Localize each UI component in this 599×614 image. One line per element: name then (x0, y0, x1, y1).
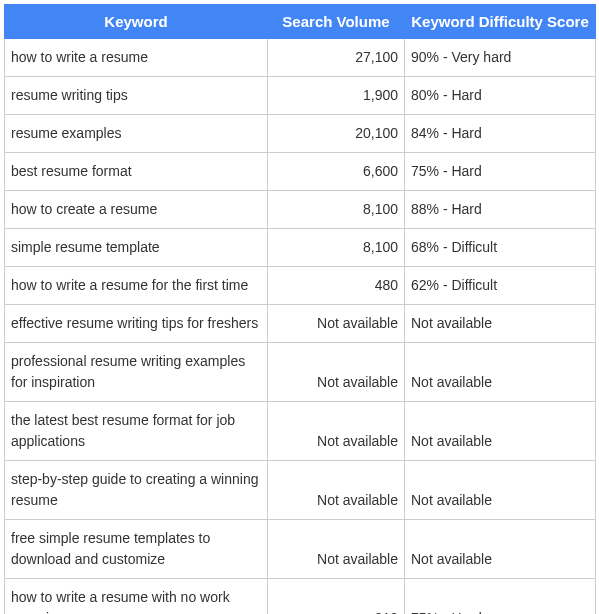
table-row: how to write a resume with no work exper… (5, 579, 596, 615)
table-row: resume examples20,10084% - Hard (5, 115, 596, 153)
header-difficulty: Keyword Difficulty Score (405, 5, 596, 39)
cell-difficulty: 90% - Very hard (405, 39, 596, 77)
cell-volume: Not available (268, 343, 405, 402)
cell-keyword: how to write a resume (5, 39, 268, 77)
cell-difficulty: Not available (405, 305, 596, 343)
cell-keyword: effective resume writing tips for freshe… (5, 305, 268, 343)
cell-difficulty: Not available (405, 461, 596, 520)
cell-volume: 6,600 (268, 153, 405, 191)
cell-volume: 8,100 (268, 191, 405, 229)
cell-volume: Not available (268, 520, 405, 579)
table-row: step-by-step guide to creating a winning… (5, 461, 596, 520)
table-row: how to create a resume8,10088% - Hard (5, 191, 596, 229)
table-row: best resume format6,60075% - Hard (5, 153, 596, 191)
cell-difficulty: 88% - Hard (405, 191, 596, 229)
table-row: professional resume writing examples for… (5, 343, 596, 402)
cell-keyword: resume examples (5, 115, 268, 153)
cell-difficulty: Not available (405, 520, 596, 579)
header-keyword: Keyword (5, 5, 268, 39)
cell-keyword: how to create a resume (5, 191, 268, 229)
cell-difficulty: Not available (405, 343, 596, 402)
cell-difficulty: 75% - Hard (405, 579, 596, 615)
cell-volume: Not available (268, 461, 405, 520)
cell-keyword: professional resume writing examples for… (5, 343, 268, 402)
cell-volume: 480 (268, 267, 405, 305)
cell-difficulty: 84% - Hard (405, 115, 596, 153)
table-row: free simple resume templates to download… (5, 520, 596, 579)
cell-keyword: free simple resume templates to download… (5, 520, 268, 579)
table-row: effective resume writing tips for freshe… (5, 305, 596, 343)
table-row: how to write a resume27,10090% - Very ha… (5, 39, 596, 77)
cell-volume: 8,100 (268, 229, 405, 267)
cell-keyword: simple resume template (5, 229, 268, 267)
table-row: simple resume template8,10068% - Difficu… (5, 229, 596, 267)
header-volume: Search Volume (268, 5, 405, 39)
table-header-row: Keyword Search Volume Keyword Difficulty… (5, 5, 596, 39)
table-row: resume writing tips1,90080% - Hard (5, 77, 596, 115)
cell-difficulty: Not available (405, 402, 596, 461)
cell-volume: 210 (268, 579, 405, 615)
cell-volume: 1,900 (268, 77, 405, 115)
keyword-table: Keyword Search Volume Keyword Difficulty… (4, 4, 596, 614)
cell-difficulty: 68% - Difficult (405, 229, 596, 267)
cell-keyword: the latest best resume format for job ap… (5, 402, 268, 461)
cell-volume: Not available (268, 305, 405, 343)
cell-volume: 27,100 (268, 39, 405, 77)
cell-volume: Not available (268, 402, 405, 461)
cell-keyword: resume writing tips (5, 77, 268, 115)
table-row: how to write a resume for the first time… (5, 267, 596, 305)
cell-keyword: step-by-step guide to creating a winning… (5, 461, 268, 520)
cell-keyword: how to write a resume with no work exper… (5, 579, 268, 615)
cell-difficulty: 62% - Difficult (405, 267, 596, 305)
cell-difficulty: 75% - Hard (405, 153, 596, 191)
table-row: the latest best resume format for job ap… (5, 402, 596, 461)
cell-difficulty: 80% - Hard (405, 77, 596, 115)
cell-keyword: how to write a resume for the first time (5, 267, 268, 305)
cell-keyword: best resume format (5, 153, 268, 191)
cell-volume: 20,100 (268, 115, 405, 153)
